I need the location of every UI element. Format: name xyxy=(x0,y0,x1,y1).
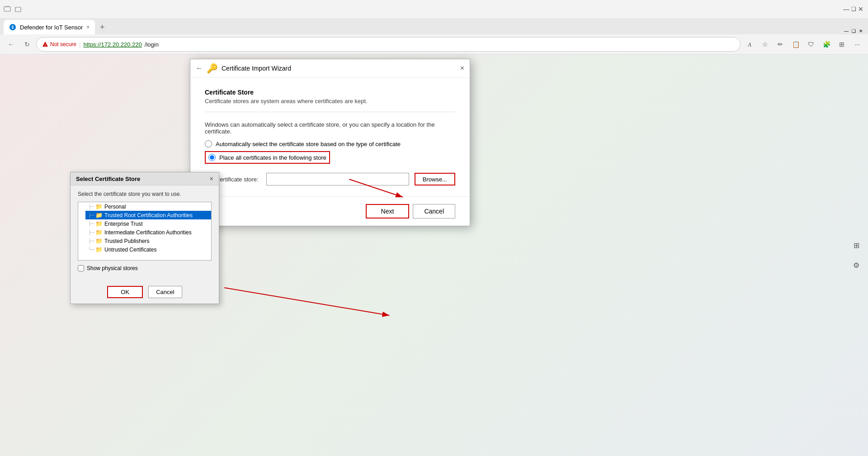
max-btn[interactable]: ❑ xyxy=(850,27,857,34)
favorites-icon[interactable]: ☆ xyxy=(758,37,772,52)
tab-title: Defender for IoT Sensor xyxy=(20,24,83,31)
right-panel-icons: ⊞ ⚙ xyxy=(850,239,863,271)
cert-store-heading: Certificate Store xyxy=(205,89,455,96)
tree-line-4: ├─ xyxy=(88,230,94,235)
x-btn[interactable]: ✕ xyxy=(857,27,864,34)
refresh-button[interactable]: ↻ xyxy=(20,37,34,52)
maximize-button[interactable]: ❑ xyxy=(850,5,857,13)
svg-rect-0 xyxy=(4,7,10,11)
folder-icon-5: 📁 xyxy=(95,238,103,244)
extensions-icon[interactable]: 🧩 xyxy=(819,37,834,52)
active-tab[interactable]: Defender for IoT Sensor × xyxy=(4,20,95,34)
tab-bar: Defender for IoT Sensor × + — ❑ ✕ xyxy=(0,18,868,34)
radio-place-label: Place all certificates in the following … xyxy=(219,154,326,161)
read-aloud-icon[interactable]: 𝐴 xyxy=(742,37,757,52)
wizard-footer: Next Cancel xyxy=(190,196,470,226)
show-physical-checkbox[interactable] xyxy=(78,265,84,271)
address-divider: | xyxy=(79,41,80,48)
collections-icon[interactable]: ⊞ xyxy=(835,37,849,52)
store-item-personal[interactable]: ├─ 📁 Personal xyxy=(85,202,211,211)
wizard-titlebar: ← 🔑 Certificate Import Wizard × xyxy=(190,59,470,78)
store-tree[interactable]: ├─ 📁 Personal ├─ 📁 Trusted Root Certific… xyxy=(78,202,212,261)
wizard-cancel-button[interactable]: Cancel xyxy=(413,204,455,218)
select-store-footer: OK Cancel xyxy=(71,282,219,304)
edit-icon[interactable]: ✏ xyxy=(773,37,788,52)
select-certificate-store-dialog: Select Certificate Store × Select the ce… xyxy=(70,172,219,304)
wizard-auto-text: Windows can automatically select a certi… xyxy=(205,121,455,135)
new-tab-button[interactable]: + xyxy=(95,20,109,34)
select-store-cancel-button[interactable]: Cancel xyxy=(148,286,182,298)
close-button[interactable]: ✕ xyxy=(857,5,864,13)
select-store-title: Select Certificate Store xyxy=(76,176,140,182)
nav-bar: ← ↻ ! Not secure | https://172.20.220.22… xyxy=(0,34,868,54)
url-secure-part: https://172.20.220.220 xyxy=(83,41,142,48)
wizard-divider xyxy=(205,112,455,112)
more-actions-icon[interactable]: ··· xyxy=(850,37,864,52)
store-item-personal-label: Personal xyxy=(104,204,126,210)
store-item-trusted-root[interactable]: ├─ 📁 Trusted Root Certification Authorit… xyxy=(85,211,211,219)
settings-icon[interactable]: ⚙ xyxy=(850,259,863,271)
store-item-enterprise-label: Enterprise Trust xyxy=(104,221,143,227)
folder-icon-6: 📁 xyxy=(95,246,103,253)
store-item-intermediate[interactable]: ├─ 📁 Intermediate Certification Authorit… xyxy=(85,228,211,237)
svg-point-2 xyxy=(9,24,16,30)
store-item-untrusted-label: Untrusted Certificates xyxy=(104,247,156,253)
folder-icon-4: 📁 xyxy=(95,229,103,236)
folder-icon-3: 📁 xyxy=(95,220,103,227)
store-item-trusted-publishers[interactable]: ├─ 📁 Trusted Publishers xyxy=(85,237,211,245)
minimize-button[interactable]: — xyxy=(843,5,850,13)
show-physical-label: Show physical stores xyxy=(87,265,138,271)
security-warning: ! Not secure xyxy=(42,41,76,48)
store-item-trusted-root-label: Trusted Root Certification Authorities xyxy=(104,212,193,218)
new-tab-icon xyxy=(14,5,22,13)
next-button[interactable]: Next xyxy=(366,204,410,218)
url-path-part: /login xyxy=(145,41,159,48)
tree-line-6: └─ xyxy=(88,247,94,252)
select-store-body: Select the certificate store you want to… xyxy=(71,185,219,282)
toolbar-icons: 𝐴 ☆ ✏ 📋 🛡 🧩 ⊞ ··· xyxy=(742,37,864,52)
notes-icon[interactable]: 📋 xyxy=(788,37,803,52)
radio-auto-input[interactable] xyxy=(205,140,212,147)
tree-line: ├─ xyxy=(88,204,94,209)
browser-essentials-icon[interactable]: 🛡 xyxy=(804,37,818,52)
svg-line-6 xyxy=(224,288,389,315)
wizard-cert-icon: 🔑 xyxy=(207,63,218,74)
tab-close-button[interactable]: × xyxy=(86,24,90,30)
svg-rect-1 xyxy=(15,7,21,12)
radio-auto-option[interactable]: Automatically select the certificate sto… xyxy=(205,140,455,147)
radio-place-input[interactable] xyxy=(208,154,216,161)
ok-button[interactable]: OK xyxy=(107,286,143,298)
browser-chrome: — ❑ ✕ Defender for IoT Sensor × + — ❑ ✕ … xyxy=(0,0,868,55)
page-content: ← 🔑 Certificate Import Wizard × Certific… xyxy=(0,54,868,456)
back-button[interactable]: ← xyxy=(4,37,18,52)
security-label: Not secure xyxy=(50,41,76,48)
store-item-untrusted[interactable]: └─ 📁 Untrusted Certificates xyxy=(85,245,211,254)
window-controls xyxy=(4,5,22,13)
store-item-intermediate-label: Intermediate Certification Authorities xyxy=(104,229,192,236)
cert-store-row: Certificate store: Browse... xyxy=(216,173,455,185)
wizard-title: Certificate Import Wizard xyxy=(222,65,457,72)
min-btn[interactable]: — xyxy=(843,27,850,34)
expand-icon[interactable]: ⊞ xyxy=(850,239,863,252)
svg-text:!: ! xyxy=(45,43,46,47)
tab-icon xyxy=(4,5,11,13)
store-item-trusted-publishers-label: Trusted Publishers xyxy=(104,238,150,244)
cert-store-field[interactable] xyxy=(266,173,409,185)
folder-icon-2: 📁 xyxy=(95,212,103,218)
certificate-import-wizard: ← 🔑 Certificate Import Wizard × Certific… xyxy=(190,59,470,226)
browse-button[interactable]: Browse... xyxy=(415,173,455,185)
tree-line-5: ├─ xyxy=(88,238,94,243)
cert-store-desc: Certificate stores are system areas wher… xyxy=(205,98,455,104)
folder-icon: 📁 xyxy=(95,203,103,210)
tree-line-2: ├─ xyxy=(88,213,94,218)
select-store-desc: Select the certificate store you want to… xyxy=(78,191,212,197)
wizard-back-button[interactable]: ← xyxy=(196,64,203,72)
select-store-titlebar: Select Certificate Store × xyxy=(71,172,219,185)
address-bar[interactable]: ! Not secure | https://172.20.220.220 /l… xyxy=(36,37,741,52)
title-bar: — ❑ ✕ xyxy=(0,0,868,18)
store-item-enterprise[interactable]: ├─ 📁 Enterprise Trust xyxy=(85,219,211,228)
radio-place-option[interactable]: Place all certificates in the following … xyxy=(205,151,330,164)
select-store-close-button[interactable]: × xyxy=(210,175,213,182)
tree-line-3: ├─ xyxy=(88,221,94,226)
wizard-close-button[interactable]: × xyxy=(460,64,464,72)
